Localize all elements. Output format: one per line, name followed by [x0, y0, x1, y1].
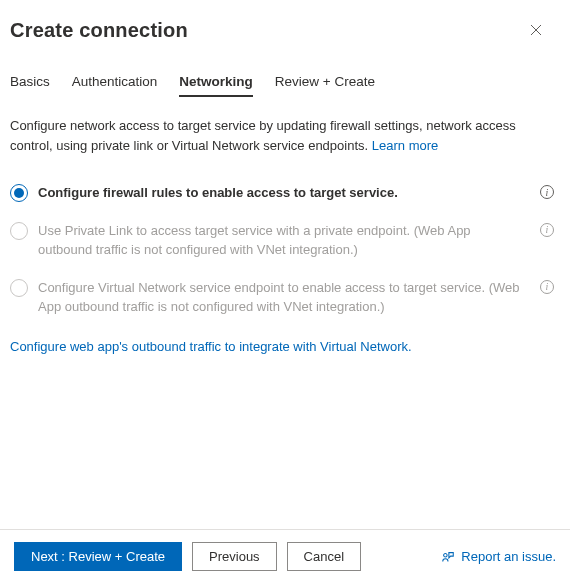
radio-private-link [10, 222, 28, 240]
tab-authentication[interactable]: Authentication [72, 68, 158, 97]
option-firewall-label: Configure firewall rules to enable acces… [38, 183, 526, 203]
learn-more-link[interactable]: Learn more [372, 138, 438, 153]
description-body: Configure network access to target servi… [10, 118, 516, 153]
radio-firewall[interactable] [10, 184, 28, 202]
person-feedback-icon [441, 550, 455, 564]
close-button[interactable] [520, 14, 552, 46]
tab-networking[interactable]: Networking [179, 68, 253, 97]
description-text: Configure network access to target servi… [10, 116, 554, 155]
info-icon[interactable]: i [540, 185, 554, 199]
option-private-link-label: Use Private Link to access target servic… [38, 221, 526, 260]
report-issue-link[interactable]: Report an issue. [441, 549, 556, 564]
radio-vnet-endpoint [10, 279, 28, 297]
previous-button[interactable]: Previous [192, 542, 277, 571]
tab-basics[interactable]: Basics [10, 68, 50, 97]
panel-header: Create connection [0, 0, 570, 50]
close-icon [530, 24, 542, 36]
tab-content: Configure network access to target servi… [0, 98, 570, 529]
create-connection-panel: Create connection Basics Authentication … [0, 0, 570, 585]
networking-options: Configure firewall rules to enable acces… [10, 183, 554, 317]
panel-title: Create connection [10, 19, 188, 42]
configure-vnet-link[interactable]: Configure web app's outbound traffic to … [10, 339, 554, 354]
tab-bar: Basics Authentication Networking Review … [0, 50, 570, 98]
tab-review-create[interactable]: Review + Create [275, 68, 375, 97]
option-firewall: Configure firewall rules to enable acces… [10, 183, 554, 203]
svg-point-0 [444, 553, 448, 557]
option-vnet-endpoint: Configure Virtual Network service endpoi… [10, 278, 554, 317]
option-private-link: Use Private Link to access target servic… [10, 221, 554, 260]
next-button[interactable]: Next : Review + Create [14, 542, 182, 571]
option-vnet-endpoint-label: Configure Virtual Network service endpoi… [38, 278, 526, 317]
cancel-button[interactable]: Cancel [287, 542, 361, 571]
info-icon[interactable]: i [540, 280, 554, 294]
panel-footer: Next : Review + Create Previous Cancel R… [0, 529, 570, 585]
report-issue-label: Report an issue. [461, 549, 556, 564]
info-icon[interactable]: i [540, 223, 554, 237]
